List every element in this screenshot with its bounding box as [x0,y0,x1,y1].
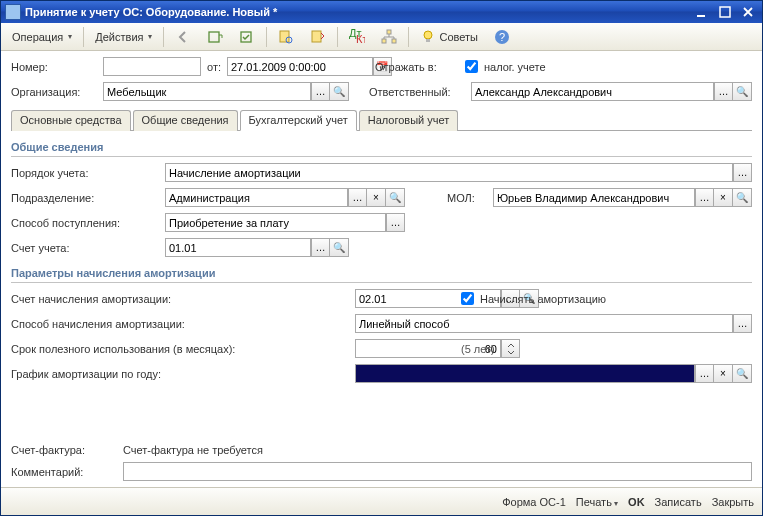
invoice-value: Счет-фактура не требуется [123,444,263,456]
amort-method-input[interactable] [355,314,733,333]
order-input[interactable] [165,163,733,182]
acct-label: Счет учета: [11,242,159,254]
order-label: Порядок учета: [11,167,159,179]
post-icon[interactable] [232,26,262,48]
operation-menu[interactable]: Операция [5,26,79,48]
titlebar: Принятие к учету ОС: Оборудование. Новый… [1,1,762,23]
basis-icon[interactable] [303,26,333,48]
amort-method-ellipsis[interactable]: … [733,314,752,333]
calc-amort-checkbox[interactable] [461,292,474,305]
ok-button[interactable]: OK [628,496,645,508]
subd-ellipsis[interactable]: … [348,188,367,207]
footer: Форма ОС-1 Печать OK Записать Закрыть [1,487,762,515]
acct-input[interactable] [165,238,311,257]
close-button[interactable] [737,4,758,20]
save-button[interactable]: Записать [655,496,702,508]
svg-rect-6 [312,31,321,42]
subd-input[interactable] [165,188,348,207]
sched-clear-icon[interactable]: × [714,364,733,383]
amort-method-label: Способ начисления амортизации: [11,318,349,330]
resp-label: Ответственный: [369,86,465,98]
svg-text:Кт: Кт [356,33,365,45]
tab-os[interactable]: Основные средства [11,110,131,131]
svg-rect-2 [209,32,219,42]
calc-amort-label: Начислять амортизацию [480,293,606,305]
org-input[interactable] [103,82,311,101]
resp-input[interactable] [471,82,714,101]
method-label: Способ поступления: [11,217,159,229]
subd-clear-icon[interactable]: × [367,188,386,207]
dtkt-icon[interactable]: ДтКт [342,26,372,48]
org-label: Организация: [11,86,97,98]
svg-point-12 [424,31,432,39]
reflect-label: Отражать в: [375,61,459,73]
group-amort-title: Параметры начисления амортизации [11,265,752,283]
nav-fwd-icon[interactable] [200,26,230,48]
tab-general[interactable]: Общие сведения [133,110,238,131]
sched-ellipsis[interactable]: … [695,364,714,383]
window-title: Принятие к учету ОС: Оборудование. Новый… [25,6,277,18]
term-label: Срок полезного использования (в месяцах)… [11,343,349,355]
toolbar: Операция Действия ДтКт Советы ? [1,23,762,51]
tax-checkbox[interactable] [465,60,478,73]
nav-back-icon[interactable] [168,26,198,48]
svg-rect-0 [697,15,705,17]
svg-rect-9 [387,30,391,34]
actions-menu[interactable]: Действия [88,26,159,48]
print-menu[interactable]: Печать [576,496,618,508]
invoice-label: Счет-фактура: [11,444,117,456]
svg-rect-10 [382,39,386,43]
mol-clear-icon[interactable]: × [714,188,733,207]
hints-button[interactable]: Советы [413,26,484,48]
term-hint: (5 лет) [461,343,495,355]
from-label: от: [207,61,221,73]
sched-search-icon[interactable]: 🔍 [733,364,752,383]
term-spinner-icon[interactable] [501,339,520,358]
resp-search-icon[interactable]: 🔍 [733,82,752,101]
tab-accounting[interactable]: Бухгалтерский учет [240,110,357,131]
number-label: Номер: [11,61,97,73]
tab-tax[interactable]: Налоговый учет [359,110,459,131]
org-ellipsis[interactable]: … [311,82,330,101]
mol-label: МОЛ: [447,192,487,204]
mol-input[interactable] [493,188,695,207]
svg-text:?: ? [499,31,505,43]
tax-check-label: налог. учете [484,61,546,73]
amort-acct-label: Счет начисления амортизации: [11,293,349,305]
form-os1-link[interactable]: Форма ОС-1 [502,496,566,508]
svg-rect-13 [426,39,430,42]
structure-icon[interactable] [374,26,404,48]
number-input[interactable] [103,57,201,76]
sched-input[interactable] [355,364,695,383]
mol-ellipsis[interactable]: … [695,188,714,207]
comment-input[interactable] [123,462,752,481]
org-search-icon[interactable]: 🔍 [330,82,349,101]
svg-rect-1 [720,7,730,17]
sched-label: График амортизации по году: [11,368,349,380]
tab-bar: Основные средства Общие сведения Бухгалт… [11,109,752,131]
acct-search-icon[interactable]: 🔍 [330,238,349,257]
resp-ellipsis[interactable]: … [714,82,733,101]
mol-search-icon[interactable]: 🔍 [733,188,752,207]
order-ellipsis[interactable]: … [733,163,752,182]
close-button-footer[interactable]: Закрыть [712,496,754,508]
method-ellipsis[interactable]: … [386,213,405,232]
method-input[interactable] [165,213,386,232]
acct-ellipsis[interactable]: … [311,238,330,257]
minimize-button[interactable] [691,4,712,20]
find-icon[interactable] [271,26,301,48]
app-icon [5,4,21,20]
svg-rect-11 [392,39,396,43]
comment-label: Комментарий: [11,466,117,478]
help-icon[interactable]: ? [487,26,517,48]
maximize-button[interactable] [714,4,735,20]
subd-label: Подразделение: [11,192,159,204]
date-input[interactable] [227,57,373,76]
subd-search-icon[interactable]: 🔍 [386,188,405,207]
group-general-title: Общие сведения [11,139,752,157]
svg-rect-4 [280,31,289,42]
